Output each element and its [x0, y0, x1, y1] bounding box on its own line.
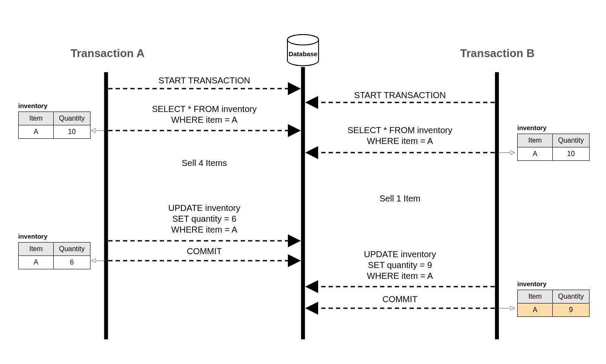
msg-a-select: SELECT * FROM inventoryWHERE item = A	[152, 104, 257, 125]
inv-table-b2: Item Quantity A 9	[517, 290, 590, 317]
heading-transaction-a: Transaction A	[71, 47, 145, 60]
diagram-root: { "headings": { "tx_a": "Transaction A",…	[0, 0, 606, 364]
col-item: Item	[19, 112, 54, 125]
msg-a-update: UPDATE inventorySET quantity = 6WHERE it…	[168, 203, 240, 235]
inv-table-a1: Item Quantity A 10	[18, 112, 90, 139]
inv-a1-title: inventory	[18, 102, 48, 109]
heading-transaction-b: Transaction B	[460, 47, 535, 60]
svg-point-4	[287, 35, 319, 45]
inv-b2-title: inventory	[517, 280, 547, 287]
inv-b1-title: inventory	[517, 124, 547, 131]
table-row: A 6	[19, 256, 90, 269]
msg-b-commit: COMMIT	[382, 294, 417, 305]
msg-a-sell: Sell 4 Items	[182, 158, 227, 169]
table-row: A 10	[19, 125, 90, 139]
inv-table-a2: Item Quantity A 6	[18, 242, 90, 269]
table-row-highlighted: A 9	[518, 303, 590, 317]
msg-b-sell: Sell 1 Item	[380, 193, 420, 204]
msg-b-select: SELECT * FROM inventoryWHERE item = A	[348, 125, 452, 147]
msg-a-start: START TRANSACTION	[158, 75, 250, 86]
msg-b-update: UPDATE inventorySET quantity = 9WHERE it…	[364, 249, 436, 281]
msg-b-start: START TRANSACTION	[354, 90, 446, 101]
heading-database: Database	[289, 50, 318, 57]
inv-table-b1: Item Quantity A 10	[517, 134, 590, 161]
col-qty: Quantity	[54, 112, 90, 125]
msg-a-commit: COMMIT	[187, 246, 222, 257]
table-row: A 10	[518, 147, 590, 161]
inv-a2-title: inventory	[18, 233, 48, 240]
